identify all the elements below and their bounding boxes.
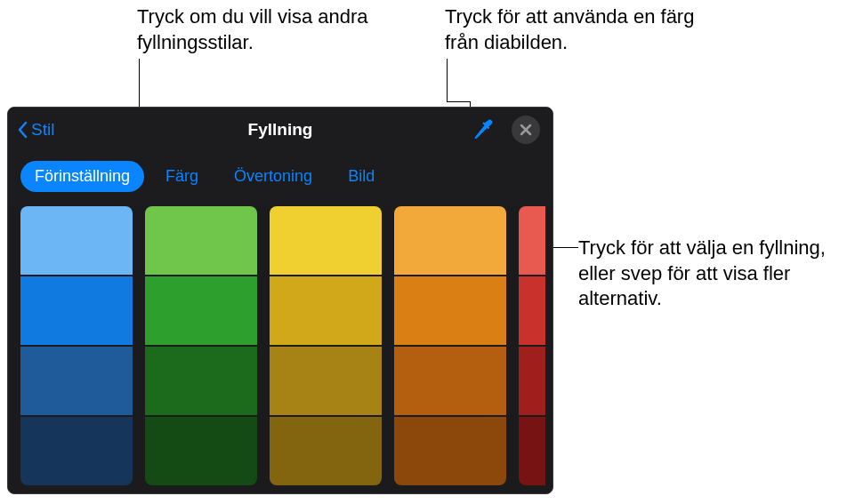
- callout-text: Tryck om du vill visa andra fyllningssti…: [137, 5, 368, 53]
- swatch-grid[interactable]: [8, 206, 553, 485]
- fill-tabs: Förinställning Färg Övertoning Bild: [8, 152, 553, 206]
- color-swatch[interactable]: [519, 347, 545, 415]
- callout-right: Tryck för att välja en fyllning, eller s…: [578, 236, 836, 312]
- chevron-left-icon: [17, 121, 29, 139]
- tab-label: Övertoning: [234, 167, 312, 185]
- color-swatch[interactable]: [20, 417, 133, 485]
- swatch-column: [145, 206, 257, 485]
- color-swatch[interactable]: [145, 347, 257, 415]
- color-swatch[interactable]: [20, 347, 133, 415]
- fill-panel: Stil Fyllning Förinställning Färg Överto…: [7, 107, 553, 494]
- color-swatch[interactable]: [145, 417, 257, 485]
- panel-title: Fyllning: [248, 120, 313, 140]
- color-swatch[interactable]: [519, 276, 545, 345]
- header-actions: [471, 116, 540, 144]
- swatch-column: [394, 206, 506, 485]
- close-icon: [520, 124, 532, 136]
- color-swatch[interactable]: [394, 206, 506, 275]
- tab-label: Bild: [348, 167, 375, 185]
- color-swatch[interactable]: [519, 417, 545, 485]
- callout-text: Tryck för att använda en färg från diabi…: [445, 5, 694, 53]
- swatch-column: [519, 206, 545, 485]
- color-swatch[interactable]: [394, 276, 506, 345]
- swatch-column: [20, 206, 133, 485]
- panel-header: Stil Fyllning: [8, 108, 553, 152]
- color-swatch[interactable]: [394, 417, 506, 485]
- color-swatch[interactable]: [270, 347, 382, 415]
- color-swatch[interactable]: [270, 417, 382, 485]
- tab-color[interactable]: Färg: [151, 161, 213, 192]
- back-button[interactable]: Stil: [8, 120, 54, 140]
- color-swatch[interactable]: [20, 276, 133, 345]
- eyedropper-icon: [472, 118, 495, 141]
- tab-gradient[interactable]: Övertoning: [220, 161, 327, 192]
- color-swatch[interactable]: [270, 206, 382, 275]
- callout-line: [447, 101, 470, 102]
- color-swatch[interactable]: [270, 276, 382, 345]
- eyedropper-button[interactable]: [471, 117, 496, 142]
- callout-top-right: Tryck för att använda en färg från diabi…: [445, 4, 703, 55]
- tab-label: Färg: [165, 167, 198, 185]
- close-button[interactable]: [512, 116, 540, 144]
- back-label: Stil: [31, 120, 54, 140]
- color-swatch[interactable]: [145, 206, 257, 275]
- tab-label: Förinställning: [35, 167, 130, 185]
- tab-preset[interactable]: Förinställning: [20, 161, 144, 192]
- swatch-column: [270, 206, 382, 485]
- callout-text: Tryck för att välja en fyllning, eller s…: [578, 236, 826, 309]
- color-swatch[interactable]: [145, 276, 257, 345]
- color-swatch[interactable]: [394, 347, 506, 415]
- color-swatch[interactable]: [519, 206, 545, 275]
- callout-top-left: Tryck om du vill visa andra fyllningssti…: [137, 4, 404, 55]
- tab-image[interactable]: Bild: [334, 161, 389, 192]
- color-swatch[interactable]: [20, 206, 133, 275]
- callout-line: [447, 59, 448, 101]
